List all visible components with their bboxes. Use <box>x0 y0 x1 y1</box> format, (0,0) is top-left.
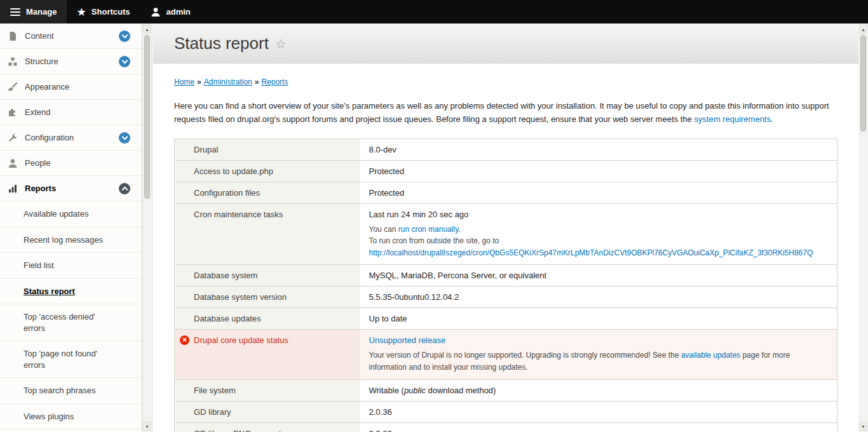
cron-description: You can run cron manually. To run cron f… <box>369 224 829 259</box>
file-system-pre: Writable ( <box>369 386 404 395</box>
row-value: 2.0.36 <box>360 401 837 422</box>
toolbar-user-label: admin <box>166 7 191 17</box>
sidebar-item-label: Extend <box>25 107 50 117</box>
sidebar-item-field-list[interactable]: Field list <box>0 253 142 279</box>
cron-last-run: Last run 24 min 20 sec ago <box>369 210 829 219</box>
row-label: GD library PNG support <box>175 422 360 432</box>
sidebar-item-label: Configuration <box>25 133 74 142</box>
core-update-description: Your version of Drupal is no longer supp… <box>369 349 829 373</box>
sidebar-item-access-denied-errors[interactable]: Top 'access denied' errors <box>0 304 142 341</box>
row-label: Configuration files <box>175 182 360 203</box>
scroll-down-button[interactable]: ▼ <box>859 422 867 431</box>
core-update-desc-pre: Your version of Drupal is no longer supp… <box>369 351 681 360</box>
row-value: 2.0.36 <box>360 422 837 432</box>
sidebar-item-configuration[interactable]: Configuration <box>0 125 142 151</box>
appearance-icon <box>8 82 18 92</box>
intro-paragraph: Here you can find a short overview of yo… <box>174 100 837 126</box>
chevron-down-icon[interactable] <box>119 56 130 67</box>
sidebar-item-help[interactable]: Help <box>0 429 142 432</box>
sidebar-item-content[interactable]: Content <box>0 24 142 49</box>
unsupported-release-link[interactable]: Unsupported release <box>369 335 446 345</box>
breadcrumb-home-link[interactable]: Home <box>174 78 194 86</box>
row-value: Writable (public download method) <box>360 379 837 401</box>
sidebar-item-label: Content <box>25 31 54 41</box>
row-value: Protected <box>360 182 837 203</box>
row-label: Access to update.php <box>175 160 360 182</box>
sidebar-item-people[interactable]: People <box>0 151 142 176</box>
available-updates-link[interactable]: available updates <box>681 351 740 360</box>
scrollbar-thumb[interactable] <box>144 35 150 199</box>
table-row-database-system: Database system MySQL, MariaDB, Percona … <box>175 265 837 287</box>
table-row-cron: Cron maintenance tasks Last run 24 min 2… <box>175 203 837 265</box>
chevron-down-icon[interactable] <box>119 132 130 144</box>
table-row-gd-library: GD library 2.0.36 <box>175 401 837 422</box>
row-label: Drupal <box>175 138 360 160</box>
error-icon: × <box>180 335 189 345</box>
scroll-up-button[interactable]: ▲ <box>143 25 151 34</box>
user-icon <box>151 7 161 17</box>
toolbar-manage-tab[interactable]: Manage <box>0 0 67 24</box>
cron-url-link[interactable]: http://localhost/drupal8szeged/cron/QbGs… <box>369 248 813 257</box>
file-system-method: public <box>404 386 426 395</box>
breadcrumb-reports-link[interactable]: Reports <box>261 78 288 86</box>
admin-sidebar: Content Structure Appearance Extend Conf… <box>0 24 142 432</box>
row-value: 8.0-dev <box>360 138 837 160</box>
table-row-database-updates: Database updates Up to date <box>175 308 837 330</box>
cron-desc-pre: You can <box>369 225 398 234</box>
sidebar-item-views-plugins[interactable]: Views plugins <box>0 404 142 430</box>
sidebar-item-recent-log-messages[interactable]: Recent log messages <box>0 227 142 253</box>
table-row-drupal: Drupal 8.0-dev <box>175 138 837 160</box>
table-row-gd-png: GD library PNG support 2.0.36 <box>175 422 837 432</box>
toolbar-user-tab[interactable]: admin <box>140 0 201 24</box>
row-label: × Drupal core update status <box>175 330 360 379</box>
hamburger-menu-icon <box>10 8 20 16</box>
star-icon: ★ <box>77 7 85 17</box>
page-header: Status report ☆ <box>153 24 858 64</box>
sidebar-item-label: Reports <box>25 184 56 193</box>
structure-icon <box>8 57 18 67</box>
system-requirements-link[interactable]: system requirements <box>694 114 771 124</box>
sidebar-item-reports[interactable]: Reports <box>0 176 142 201</box>
breadcrumb-separator: » <box>255 78 259 86</box>
row-label: Database system version <box>175 287 360 308</box>
sidebar-item-page-not-found-errors[interactable]: Top 'page not found' errors <box>0 341 142 378</box>
row-value: Last run 24 min 20 sec ago You can run c… <box>360 203 837 265</box>
main-content: Status report ☆ Home»Administration»Repo… <box>153 24 858 432</box>
row-value: Unsupported release Your version of Drup… <box>360 330 837 379</box>
chevron-down-icon[interactable] <box>119 30 130 42</box>
sidebar-item-available-updates[interactable]: Available updates <box>0 201 142 227</box>
sidebar-scrollbar[interactable]: ▲ ▼ <box>142 24 153 432</box>
sidebar-item-label: Structure <box>25 57 58 66</box>
breadcrumb: Home»Administration»Reports <box>153 64 858 86</box>
scroll-up-button[interactable]: ▲ <box>859 25 867 34</box>
row-label-text: Drupal core update status <box>194 335 288 345</box>
status-report-table: Drupal 8.0-dev Access to update.php Prot… <box>174 138 837 432</box>
sidebar-item-label: Appearance <box>25 82 69 91</box>
chevron-up-icon[interactable] <box>119 183 130 194</box>
breadcrumb-administration-link[interactable]: Administration <box>204 78 252 86</box>
favorite-star-icon[interactable]: ☆ <box>275 37 287 50</box>
row-label: Database updates <box>175 308 360 330</box>
table-row-database-version: Database system version 5.5.35-0ubuntu0.… <box>175 287 837 308</box>
row-label: Database system <box>175 265 360 287</box>
sidebar-item-structure[interactable]: Structure <box>0 49 142 74</box>
sidebar-item-appearance[interactable]: Appearance <box>0 74 142 100</box>
page-scrollbar[interactable]: ▲ ▼ <box>858 24 868 432</box>
people-icon <box>8 158 18 168</box>
cron-desc-post: . <box>458 225 460 234</box>
file-system-post: download method) <box>426 386 496 395</box>
scrollbar-thumb[interactable] <box>860 35 866 132</box>
toolbar-shortcuts-tab[interactable]: ★ Shortcuts <box>67 0 140 24</box>
sidebar-item-extend[interactable]: Extend <box>0 100 142 125</box>
content-icon <box>8 31 18 41</box>
scroll-down-button[interactable]: ▼ <box>143 422 151 431</box>
configuration-icon <box>8 133 18 143</box>
sidebar-item-status-report[interactable]: Status report <box>0 279 142 305</box>
row-label: GD library <box>175 401 360 422</box>
table-row-file-system: File system Writable (public download me… <box>175 379 837 401</box>
sidebar-item-top-search-phrases[interactable]: Top search phrases <box>0 378 142 404</box>
toolbar-shortcuts-label: Shortcuts <box>92 7 130 17</box>
run-cron-manually-link[interactable]: run cron manually <box>398 225 459 234</box>
extend-icon <box>8 107 18 118</box>
cron-desc-line2: To run cron from outside the site, go to <box>369 236 499 245</box>
